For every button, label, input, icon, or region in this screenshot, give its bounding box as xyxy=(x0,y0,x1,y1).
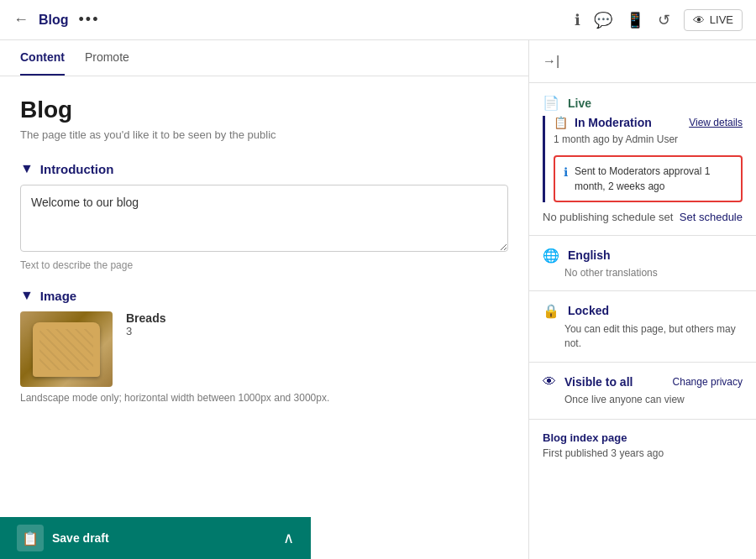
expand-save-icon[interactable]: ∧ xyxy=(283,529,294,547)
moderation-meta: 1 month ago by Admin User xyxy=(554,133,743,147)
draft-icon: 📋 xyxy=(17,525,44,551)
eye-icon: 👁 xyxy=(693,13,705,27)
live-label: LIVE xyxy=(710,13,733,26)
schedule-row: No publishing schedule set Set schedule xyxy=(543,211,743,223)
view-details-link[interactable]: View details xyxy=(689,117,743,128)
change-privacy-link[interactable]: Change privacy xyxy=(673,376,743,388)
image-info: Breads 3 xyxy=(126,311,508,337)
privacy-section: 👁 Visible to all Change privacy Once liv… xyxy=(529,363,756,420)
moderation-alert-box: ℹ Sent to Moderators approval 1 month, 2… xyxy=(554,155,743,202)
image-chevron-icon: ▼ xyxy=(20,288,34,303)
chat-icon[interactable]: 💬 xyxy=(594,11,612,29)
schedule-label: No publishing schedule set xyxy=(543,211,673,223)
live-button[interactable]: 👁 LIVE xyxy=(684,9,743,31)
back-button[interactable]: ← xyxy=(13,11,29,29)
tabs-bar: Content Promote xyxy=(0,40,528,76)
globe-icon: 🌐 xyxy=(543,248,559,264)
alert-info-icon: ℹ xyxy=(564,165,568,179)
intro-hint: Text to describe the page xyxy=(20,259,508,271)
image-card: Breads 3 xyxy=(20,311,508,387)
locked-row: 🔒 Locked xyxy=(543,303,743,319)
image-number: 3 xyxy=(126,325,508,337)
nav-title: Blog xyxy=(39,13,69,28)
lock-icon: 🔒 xyxy=(543,303,559,319)
live-status-label: Live xyxy=(568,97,591,110)
moderation-icon: 📋 xyxy=(554,116,568,129)
tab-promote[interactable]: Promote xyxy=(85,40,129,76)
live-status-icon: 📄 xyxy=(543,95,559,111)
moderation-block: 📋 In Moderation View details 1 month ago… xyxy=(543,116,743,202)
moderation-row: 📋 In Moderation View details xyxy=(554,116,743,129)
blog-index-desc: First published 3 years ago xyxy=(543,447,743,459)
lang-sub: No other translations xyxy=(564,267,743,279)
moderation-label: In Moderation xyxy=(575,116,652,129)
bread-image xyxy=(33,322,100,377)
set-schedule-link[interactable]: Set schedule xyxy=(680,211,743,223)
save-bar: 📋 Save draft ∧ xyxy=(0,517,311,559)
save-bar-left: 📋 Save draft xyxy=(17,525,109,551)
panel-toggle-button[interactable]: →| xyxy=(529,40,756,83)
privacy-left: 👁 Visible to all xyxy=(543,374,633,389)
top-nav: ← Blog ••• ℹ 💬 📱 ↺ 👁 LIVE xyxy=(0,0,756,40)
lang-row: 🌐 English xyxy=(543,248,743,264)
intro-section-title: Introduction xyxy=(40,162,113,176)
page-heading: Blog xyxy=(20,97,508,123)
info-icon[interactable]: ℹ xyxy=(575,11,580,29)
privacy-eye-icon: 👁 xyxy=(543,374,556,389)
privacy-title: Visible to all xyxy=(564,375,633,389)
intro-text-input[interactable] xyxy=(20,185,508,252)
nav-right: ℹ 💬 📱 ↺ 👁 LIVE xyxy=(575,9,743,31)
image-section-title: Image xyxy=(40,289,76,303)
image-section-header[interactable]: ▼ Image xyxy=(20,288,508,303)
history-icon[interactable]: ↺ xyxy=(658,11,670,29)
left-panel: Content Promote Blog The page title as y… xyxy=(0,40,529,559)
language-section: 🌐 English No other translations xyxy=(529,236,756,291)
image-name: Breads xyxy=(126,311,508,325)
status-section: 📄 Live 📋 In Moderation View details 1 mo… xyxy=(529,83,756,236)
image-section: ▼ Image Breads 3 Landscape mode only; ho… xyxy=(20,288,508,404)
content-area: Blog The page title as you'd like it to … xyxy=(0,76,528,424)
privacy-row: 👁 Visible to all Change privacy xyxy=(543,374,743,389)
alert-text: Sent to Moderators approval 1 month, 2 w… xyxy=(575,164,732,194)
intro-section-header[interactable]: ▼ Introduction xyxy=(20,161,508,176)
main-container: Content Promote Blog The page title as y… xyxy=(0,40,756,559)
locked-section: 🔒 Locked You can edit this page, but oth… xyxy=(529,291,756,363)
more-options-button[interactable]: ••• xyxy=(79,11,100,29)
image-hint: Landscape mode only; horizontal width be… xyxy=(20,392,508,404)
right-panel: →| 📄 Live 📋 In Moderation View details 1… xyxy=(529,40,756,559)
nav-left: ← Blog ••• xyxy=(13,11,99,29)
mobile-icon[interactable]: 📱 xyxy=(626,11,644,29)
page-subtitle: The page title as you'd like it to be se… xyxy=(20,128,508,141)
tab-content[interactable]: Content xyxy=(20,40,65,76)
moderation-title-row: 📋 In Moderation xyxy=(554,116,652,129)
image-thumbnail[interactable] xyxy=(20,311,113,387)
privacy-desc: Once live anyone can view xyxy=(564,393,743,407)
blog-index-section: Blog index page First published 3 years … xyxy=(529,420,756,471)
blog-index-title: Blog index page xyxy=(543,431,743,444)
live-status-row: 📄 Live xyxy=(543,95,743,111)
lang-title: English xyxy=(568,248,611,262)
locked-title: Locked xyxy=(568,304,609,317)
thumb-inner xyxy=(20,311,113,387)
save-label: Save draft xyxy=(52,531,109,545)
locked-desc: You can edit this page, but others may n… xyxy=(564,322,743,351)
intro-chevron-icon: ▼ xyxy=(20,161,34,176)
